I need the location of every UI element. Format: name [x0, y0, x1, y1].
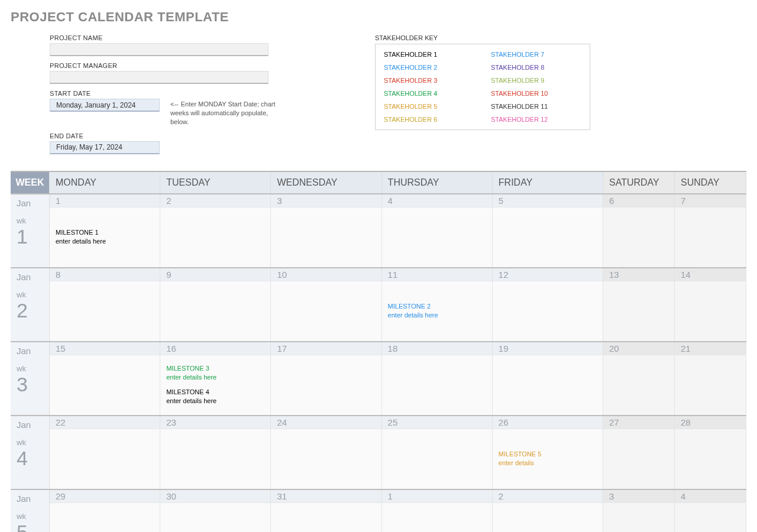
day-number: 24: [271, 416, 381, 429]
day-body: [382, 207, 492, 267]
stakeholder-key-item: STAKEHOLDER 11: [483, 100, 590, 113]
calendar-day-cell[interactable]: 12: [493, 268, 603, 341]
day-number: 21: [675, 342, 746, 355]
day-body: MILESTONE 2enter details here: [382, 281, 492, 341]
day-body: [493, 503, 603, 532]
week-abbrev: wk: [17, 512, 43, 521]
stakeholder-key-item: STAKEHOLDER 2: [376, 61, 483, 74]
calendar-day-cell[interactable]: 2: [160, 194, 271, 267]
calendar-day-cell[interactable]: 1: [382, 490, 493, 532]
week-month: Jan: [17, 494, 43, 504]
calendar-day-cell[interactable]: 4: [675, 490, 746, 532]
day-body: [603, 207, 674, 267]
calendar-day-cell[interactable]: 21: [675, 342, 746, 415]
day-body: [603, 503, 674, 532]
project-manager-label: PROJECT MANAGER: [50, 62, 310, 69]
day-number: 14: [675, 268, 746, 281]
calendar-day-cell[interactable]: 28: [675, 416, 746, 489]
calendar-header-row: WEEK MONDAY TUESDAY WEDNESDAY THURSDAY F…: [11, 172, 746, 193]
day-number: 26: [493, 416, 603, 429]
project-manager-input[interactable]: [50, 71, 268, 84]
calendar-day-cell[interactable]: 23: [160, 416, 271, 489]
stakeholder-key-item: STAKEHOLDER 3: [376, 74, 483, 87]
calendar-day-cell[interactable]: 4: [382, 194, 493, 267]
day-number: 18: [382, 342, 492, 355]
calendar-day-cell[interactable]: 24: [271, 416, 381, 489]
day-number: 7: [675, 194, 746, 207]
day-number: 10: [271, 268, 381, 281]
milestone: MILESTONE 1enter details here: [56, 228, 154, 246]
milestone-subtext: enter details here: [166, 373, 264, 382]
week-number: 3: [17, 374, 43, 394]
day-number: 20: [603, 342, 674, 355]
calendar-day-cell[interactable]: 14: [675, 268, 746, 341]
day-number: 2: [493, 490, 603, 503]
day-number: 1: [382, 490, 492, 503]
week-number: 5: [17, 522, 43, 532]
day-number: 4: [382, 194, 492, 207]
week-month: Jan: [17, 420, 43, 430]
week-month: Jan: [17, 198, 43, 208]
calendar-day-cell[interactable]: 5: [493, 194, 603, 267]
calendar-day-cell[interactable]: 22: [50, 416, 160, 489]
milestone: MILESTONE 3enter details here: [166, 364, 264, 382]
day-body: [675, 281, 746, 341]
calendar-day-cell[interactable]: 11MILESTONE 2enter details here: [382, 268, 493, 341]
day-number: 17: [271, 342, 381, 355]
end-date-input[interactable]: [50, 141, 160, 154]
calendar-day-cell[interactable]: 27: [603, 416, 675, 489]
header-friday: FRIDAY: [493, 172, 603, 193]
calendar-day-cell[interactable]: 25: [382, 416, 493, 489]
day-number: 3: [603, 490, 674, 503]
calendar-day-cell[interactable]: 31: [271, 490, 381, 532]
day-number: 1: [50, 194, 160, 207]
header-monday: MONDAY: [50, 172, 160, 193]
calendar-day-cell[interactable]: 1MILESTONE 1enter details here: [50, 194, 160, 267]
stakeholder-key-item: STAKEHOLDER 4: [376, 87, 483, 100]
milestone-subtext: enter details here: [388, 311, 486, 320]
calendar-day-cell[interactable]: 2: [493, 490, 603, 532]
calendar-day-cell[interactable]: 26MILESTONE 5enter details: [493, 416, 603, 489]
day-number: 11: [382, 268, 492, 281]
stakeholder-key-item: STAKEHOLDER 7: [483, 48, 590, 61]
calendar-day-cell[interactable]: 9: [160, 268, 271, 341]
week-month: Jan: [17, 272, 43, 282]
calendar-day-cell[interactable]: 16MILESTONE 3enter details hereMILESTONE…: [160, 342, 271, 415]
calendar-day-cell[interactable]: 7: [675, 194, 746, 267]
calendar-day-cell[interactable]: 6: [603, 194, 675, 267]
day-body: [160, 207, 270, 267]
week-number: 2: [17, 300, 43, 320]
project-name-input[interactable]: [50, 43, 268, 56]
milestone-title: MILESTONE 1: [56, 228, 154, 237]
calendar-day-cell[interactable]: 8: [50, 268, 160, 341]
day-number: 30: [160, 490, 270, 503]
day-body: [675, 429, 746, 489]
week-label-cell: Janwk1: [11, 194, 50, 267]
calendar-day-cell[interactable]: 15: [50, 342, 160, 415]
calendar-day-cell[interactable]: 19: [493, 342, 603, 415]
day-body: MILESTONE 1enter details here: [50, 207, 160, 267]
calendar-day-cell[interactable]: 3: [603, 490, 675, 532]
day-number: 3: [271, 194, 381, 207]
calendar-day-cell[interactable]: 20: [603, 342, 675, 415]
day-body: [271, 429, 381, 489]
calendar-day-cell[interactable]: 18: [382, 342, 493, 415]
day-number: 8: [50, 268, 160, 281]
week-abbrev: wk: [17, 216, 43, 225]
project-name-label: PROJECT NAME: [50, 34, 310, 41]
header-tuesday: TUESDAY: [160, 172, 271, 193]
day-body: [675, 503, 746, 532]
calendar: WEEK MONDAY TUESDAY WEDNESDAY THURSDAY F…: [11, 171, 746, 532]
calendar-day-cell[interactable]: 13: [603, 268, 675, 341]
calendar-day-cell[interactable]: 10: [271, 268, 381, 341]
start-date-input[interactable]: [50, 99, 160, 112]
day-number: 22: [50, 416, 160, 429]
calendar-day-cell[interactable]: 17: [271, 342, 381, 415]
day-body: [493, 355, 603, 415]
calendar-day-cell[interactable]: 30: [160, 490, 271, 532]
week-number: 1: [17, 226, 43, 246]
calendar-day-cell[interactable]: 3: [271, 194, 381, 267]
header-week: WEEK: [11, 172, 50, 193]
week-label-cell: Janwk2: [11, 268, 50, 341]
calendar-day-cell[interactable]: 29: [50, 490, 160, 532]
